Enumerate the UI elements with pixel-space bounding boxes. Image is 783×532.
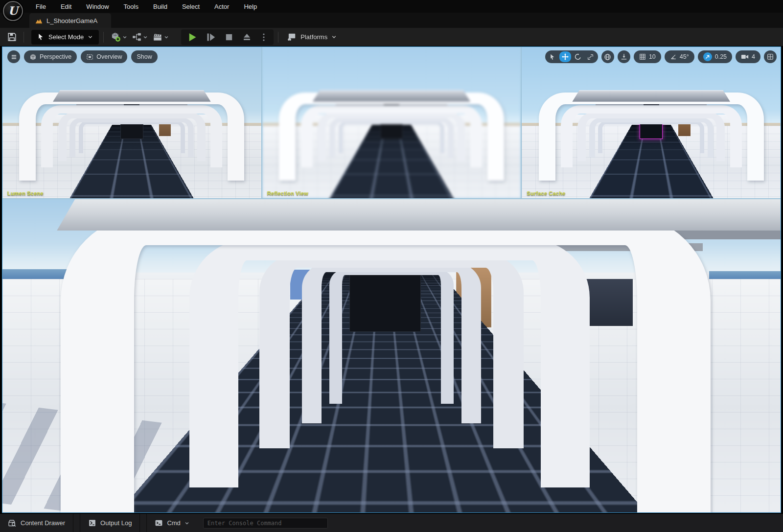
surface-cache-pane[interactable]: Surface Cache [522, 47, 781, 198]
platforms-dropdown[interactable]: Platforms [283, 30, 341, 45]
scene-arch-1 [61, 215, 711, 512]
viewport-toolbar-left: Perspective Overview Show [7, 50, 158, 63]
menu-help[interactable]: Help [236, 0, 264, 13]
stop-button[interactable] [221, 31, 237, 44]
surface-cache-scene-view [522, 47, 781, 198]
show-label: Show [137, 53, 152, 60]
output-log-icon [88, 519, 96, 527]
platforms-icon [287, 32, 297, 42]
lumen-scene-label: Lumen Scene [7, 190, 44, 196]
save-button[interactable] [5, 30, 19, 44]
viewport-scene [522, 47, 781, 198]
select-tool-button[interactable] [547, 51, 558, 62]
viewport-scene [2, 47, 261, 198]
reflection-scene-view [262, 47, 521, 198]
select-mode-dropdown[interactable]: Select Mode [31, 30, 99, 45]
camera-speed-control[interactable]: 4 [736, 50, 760, 63]
perspective-label: Perspective [40, 53, 71, 60]
console-command-box [203, 518, 328, 529]
menu-actor[interactable]: Actor [207, 0, 236, 13]
chevron-down-icon [122, 35, 127, 40]
cmd-dropdown[interactable]: Cmd [147, 514, 197, 532]
scene-roof-slab [313, 90, 471, 101]
viewport-toolbar-right: 10 45° 0.25 [545, 50, 777, 63]
unreal-logo[interactable]: U [3, 1, 23, 21]
scene-arch-1 [539, 93, 764, 181]
menu-build[interactable]: Build [146, 0, 175, 13]
camera-speed-icon [741, 53, 749, 60]
rotation-snap-control[interactable]: 45° [665, 50, 694, 63]
statusbar-separator [73, 514, 80, 532]
scene-roof-slab [572, 90, 730, 101]
lumen-scene-view [2, 47, 261, 198]
main-perspective-pane[interactable] [2, 199, 781, 512]
eject-button[interactable] [239, 30, 255, 44]
level-tab-icon [35, 17, 43, 24]
grid-snap-control[interactable]: 10 [634, 50, 661, 63]
chevron-down-icon [184, 521, 189, 526]
menu-edit[interactable]: Edit [53, 0, 79, 13]
asset-tab-bar: L_ShooterGameA [0, 13, 783, 28]
overview-icon [86, 53, 93, 61]
lumen-scene-pane[interactable]: Lumen Scene [2, 47, 261, 198]
select-mode-cursor-icon [37, 33, 45, 41]
unreal-editor-window: U File Edit Window Tools Build Select Ac… [0, 0, 783, 532]
viewport-top-row: Lumen Scene Reflection View [2, 47, 781, 198]
coordinate-space-button[interactable] [601, 50, 614, 63]
output-log-label: Output Log [100, 519, 132, 527]
platforms-label: Platforms [300, 33, 327, 41]
reflection-view-pane[interactable]: Reflection View [262, 47, 521, 198]
viewport-scene [262, 47, 521, 198]
chevron-down-icon [331, 34, 337, 40]
main-scene-view [2, 199, 781, 512]
scale-tool-button[interactable] [585, 51, 597, 62]
more-options-button[interactable] [257, 31, 271, 44]
frame-skip-button[interactable] [203, 30, 219, 44]
level-tab-label: L_ShooterGameA [46, 17, 97, 24]
content-drawer-icon [8, 519, 17, 528]
quad-layout-button[interactable] [764, 50, 777, 63]
play-controls [181, 29, 274, 45]
toolbar-separator [23, 32, 24, 43]
viewport-area[interactable]: Lumen Scene Reflection View [2, 46, 781, 513]
content-drawer-label: Content Drawer [21, 519, 65, 527]
view-mode-dropdown[interactable]: Overview [81, 50, 127, 63]
main-toolbar: Select Mode [0, 28, 783, 46]
blueprints-button[interactable] [130, 30, 150, 44]
output-log-button[interactable]: Output Log [80, 514, 140, 532]
menu-window[interactable]: Window [79, 0, 116, 13]
scene-roof-slab [57, 199, 781, 231]
scale-snap-icon [703, 52, 712, 61]
add-actor-button[interactable] [108, 30, 130, 44]
play-button[interactable] [184, 30, 201, 44]
status-bar: Content Drawer Output Log Cmd [0, 513, 783, 532]
view-mode-label: Overview [96, 53, 122, 60]
perspective-dropdown[interactable]: Perspective [24, 50, 77, 63]
grid-snap-icon [639, 53, 646, 60]
menu-tools[interactable]: Tools [116, 0, 146, 13]
level-tab[interactable]: L_ShooterGameA [29, 13, 111, 28]
rotate-tool-button[interactable] [572, 51, 584, 62]
content-drawer-button[interactable]: Content Drawer [0, 514, 73, 532]
scale-snap-control[interactable]: 0.25 [698, 50, 732, 63]
move-tool-button[interactable] [559, 51, 571, 62]
viewport-scene [2, 199, 781, 512]
transform-tools [545, 50, 598, 63]
surface-cache-label: Surface Cache [527, 190, 565, 196]
rotation-snap-value: 45° [680, 53, 689, 60]
surface-snapping-button[interactable] [618, 50, 630, 63]
toolbar-separator [103, 32, 104, 43]
perspective-icon [29, 53, 37, 61]
chevron-down-icon [143, 35, 148, 40]
menu-select[interactable]: Select [175, 0, 207, 13]
console-input[interactable] [207, 520, 323, 527]
cinematics-button[interactable] [150, 30, 171, 44]
scene-arch-1 [19, 93, 244, 181]
viewport-grid: Lumen Scene Reflection View [2, 47, 781, 512]
show-dropdown[interactable]: Show [131, 50, 157, 63]
viewport-menu-button[interactable] [7, 50, 20, 63]
menu-file[interactable]: File [28, 0, 53, 13]
statusbar-separator [140, 514, 147, 532]
chevron-down-icon [164, 35, 169, 40]
reflection-view-label: Reflection View [267, 190, 308, 196]
